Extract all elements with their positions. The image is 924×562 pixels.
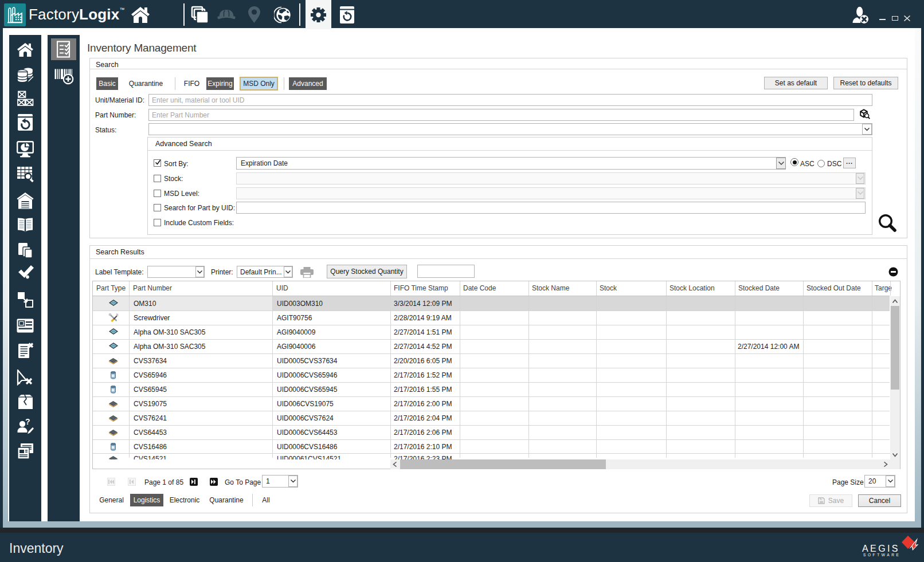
svg-text:?: ?	[25, 419, 30, 426]
